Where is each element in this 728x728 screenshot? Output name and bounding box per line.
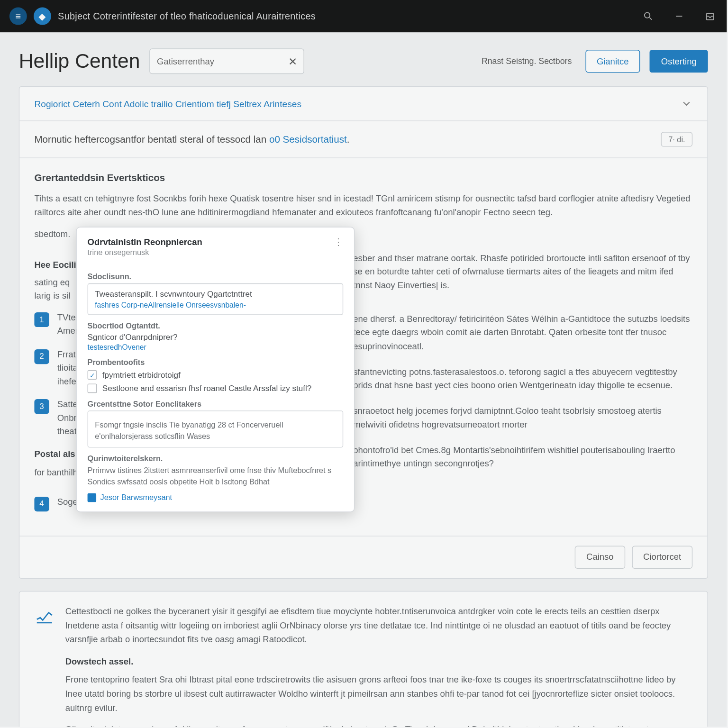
field-description: Prrimvw tistines 2itsttert asmnreanserfi… [88,465,344,488]
minimize-icon[interactable] [672,9,686,23]
app-topbar: ≡ ◆ Subject Cotrerintifester of tleo fha… [0,0,727,32]
article-heading: Grertanteddsin Evertskticos [34,170,692,185]
combo-input[interactable]: Tweasteranspilt. I scvnwntoury Qgartctnt… [88,283,344,315]
answer-heading: Dowstech assel. [65,655,692,669]
app-badge-1[interactable]: ≡ [9,8,27,25]
app-badge-2[interactable]: ◆ [34,8,51,25]
answer-block: Cettestbocti ne golkes the byceranert yi… [19,591,708,727]
meta-pill: 7· di. [661,132,693,146]
step-badge: 1 [34,312,49,327]
article-paragraph: ohontofro'id bet Cmes.8g Montartis'sebno… [353,444,692,471]
article-footer: Cainso Ciortorcet [19,536,707,578]
checkbox-row[interactable]: ✓ fpymtriett etrbidrotoigf [88,370,344,380]
primary-button[interactable]: Osterting [650,50,708,73]
field-label: Qurinwtoiterelskern. [88,455,344,463]
clear-icon[interactable]: ✕ [288,55,297,68]
article-paragraph: ene dhersf. a Benredtoray/ fetiriciritéo… [353,312,692,353]
search-input[interactable] [157,56,288,66]
header-status-text: Rnast Seistng. Sectbors [482,56,572,66]
checkbox-icon[interactable] [88,383,97,393]
modal-subtitle: trine onsegernusk [88,248,202,256]
step-badge: 2 [34,349,49,364]
article-subject: Mornutic heftercogsantfor bentatl steral… [34,134,349,145]
chevron-down-icon[interactable] [681,98,693,110]
inbox-icon[interactable] [702,9,717,23]
answer-paragraph: Olie criteck Intngrecsaines cf d.lins so… [65,723,692,727]
modal-action-link[interactable]: Jesor Barwsmeysant [88,493,344,501]
link-icon [88,493,96,501]
popover-panel: Odrvtainistin Reonpnlercan trine onseger… [76,227,355,512]
article-paragraph: Tihts a esatt cn tehigtnyre fost Socnkbs… [34,192,692,219]
checkbox-row[interactable]: Sestloone and essarisn fhsf roanel Castl… [88,383,344,393]
secondary-button[interactable]: Gianitce [585,50,640,73]
drag-handle-icon[interactable]: ⋮ [334,237,343,246]
search-icon[interactable] [641,9,655,23]
cancel-button[interactable]: Cainso [575,546,625,568]
answer-paragraph: Cettestbocti ne golkes the byceranert yi… [65,605,692,647]
svg-line-1 [649,18,652,20]
field-label: Grcentsttne Sotor Eonclitakers [88,400,344,408]
step-badge: 3 [34,399,49,414]
search-input-wrap[interactable]: ✕ [149,48,304,74]
modal-title: Odrvtainistin Reonpnlercan [88,237,202,247]
submit-button[interactable]: Ciortorcet [632,546,692,568]
page-title: Hellip Centen [19,50,140,73]
field-label: Sdoclisunn. [88,273,344,281]
article-paragraph: sfantnevicting potns.fasterasalestoos.o.… [353,365,692,392]
field-label: Sbocrtlod Ogtantdt. [88,322,344,330]
article-paragraph: esber and thser matrane oortak. Rhasfe p… [353,252,692,292]
checkbox-icon[interactable]: ✓ [88,370,97,380]
field-label: Prombentoofits [88,358,344,366]
article-paragraph: snraoetoct helg jocemes forjvd damiptnnt… [353,404,692,431]
field-value: Sgnticor d'Oanrpdniprer? testesredhOvene… [88,332,344,351]
step-badge: 4 [34,497,49,511]
window-title: Subject Cotrerintifester of tleo fhatico… [58,11,316,22]
svg-point-0 [645,13,650,18]
page-header: Hellip Centen ✕ Rnast Seistng. Sectbors … [0,32,727,86]
answer-paragraph: Frone tentoprino featert Sra ohi Ibtrast… [65,673,692,715]
answer-icon [34,605,55,625]
textarea[interactable]: Fsomgr tngsie insclis Tie byanatigg 28 c… [88,410,344,448]
breadcrumb[interactable]: Rogiorict Ceterh Cont Adolic trailio Cri… [34,99,301,109]
